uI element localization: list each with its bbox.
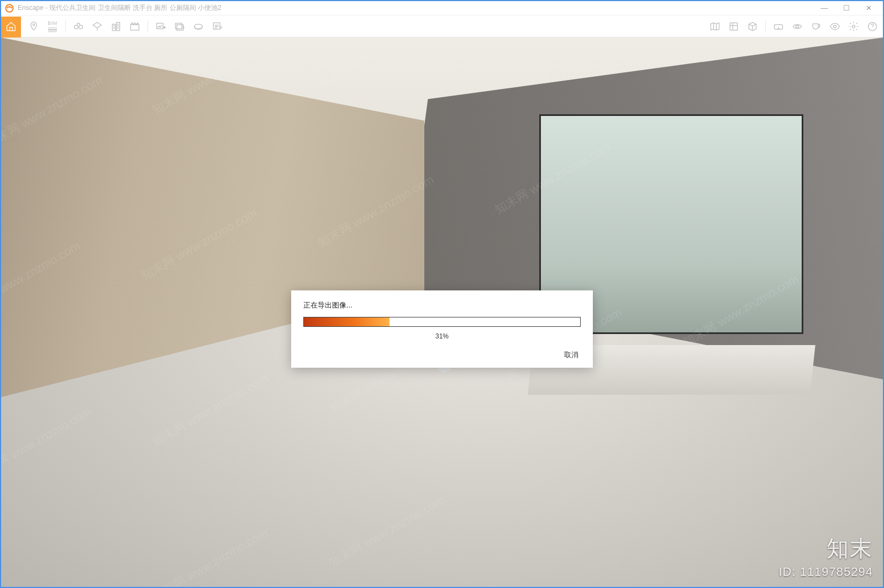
app-name: Enscape <box>18 4 44 12</box>
app-window: Enscape - 现代公共卫生间 卫生间隔断 洗手台 厕所 公厕隔间 小便池2… <box>0 0 884 588</box>
help-icon[interactable] <box>864 18 881 35</box>
svg-rect-9 <box>177 24 183 30</box>
minimize-button[interactable]: — <box>813 2 835 15</box>
progress-fill <box>304 317 390 326</box>
toolbar-separator <box>65 20 66 33</box>
map-icon[interactable] <box>707 18 723 35</box>
visibility-eye-icon[interactable] <box>827 18 843 35</box>
document-title: 现代公共卫生间 卫生间隔断 洗手台 厕所 公厕隔间 小便池2 <box>49 4 221 12</box>
svg-rect-6 <box>131 24 139 30</box>
app-logo-icon <box>4 3 14 13</box>
view-preset-icon[interactable] <box>89 18 106 35</box>
home-button[interactable] <box>1 17 21 36</box>
svg-rect-5 <box>117 22 120 30</box>
vr-headset-icon[interactable] <box>770 18 787 35</box>
export-image-icon[interactable] <box>152 18 169 35</box>
panorama-360-icon[interactable] <box>190 18 207 35</box>
orbit-icon[interactable] <box>789 18 806 35</box>
cup-icon[interactable] <box>808 18 824 35</box>
svg-point-0 <box>6 4 13 12</box>
window-title: Enscape - 现代公共卫生间 卫生间隔断 洗手台 厕所 公厕隔间 小便池2 <box>18 3 813 13</box>
export-progress-dialog: 正在导出图像... 31% 取消 <box>291 290 593 368</box>
svg-rect-4 <box>112 24 115 30</box>
bim-menu-button[interactable]: BIM <box>44 18 61 35</box>
svg-rect-12 <box>730 23 737 30</box>
svg-point-14 <box>796 25 799 28</box>
svg-rect-7 <box>157 23 164 29</box>
toolbar-separator <box>148 20 148 33</box>
clapperboard-icon[interactable] <box>127 18 143 35</box>
svg-rect-11 <box>213 23 220 29</box>
svg-point-1 <box>33 24 34 25</box>
cube-icon[interactable] <box>744 18 761 35</box>
title-bar: Enscape - 现代公共卫生间 卫生间隔断 洗手台 厕所 公厕隔间 小便池2… <box>1 1 883 15</box>
render-viewport[interactable]: 知末网 www.znzmo.com 知末网 www.znzmo.com 知末网 … <box>1 38 883 587</box>
svg-rect-8 <box>176 23 182 29</box>
main-toolbar: BIM <box>1 15 883 38</box>
watermark-corner: 知末 ID: 1119785294 <box>778 533 873 579</box>
toolbar-separator <box>765 20 766 33</box>
export-batch-icon[interactable] <box>171 18 188 35</box>
asset-library-icon[interactable] <box>725 18 742 35</box>
svg-rect-13 <box>775 24 783 29</box>
progress-bar <box>303 317 581 327</box>
location-pin-icon[interactable] <box>25 18 42 35</box>
building-icon[interactable] <box>108 18 124 35</box>
svg-point-2 <box>75 25 78 29</box>
export-exe-icon[interactable] <box>209 18 225 35</box>
cancel-button[interactable]: 取消 <box>562 349 581 361</box>
watermark-brand: 知末 <box>778 533 873 564</box>
svg-point-3 <box>79 25 83 29</box>
menu-lines-icon <box>48 28 57 33</box>
binocular-icon[interactable] <box>70 18 87 35</box>
close-button[interactable]: ✕ <box>857 2 880 15</box>
maximize-button[interactable]: ☐ <box>835 2 857 15</box>
dialog-title: 正在导出图像... <box>303 300 581 310</box>
svg-point-17 <box>853 25 855 28</box>
progress-percent: 31% <box>303 332 581 340</box>
watermark-id: ID: 1119785294 <box>778 565 873 579</box>
svg-point-16 <box>834 25 836 28</box>
settings-gear-icon[interactable] <box>845 18 862 35</box>
bim-label: BIM <box>48 20 57 26</box>
window-controls: — ☐ ✕ <box>813 2 880 15</box>
